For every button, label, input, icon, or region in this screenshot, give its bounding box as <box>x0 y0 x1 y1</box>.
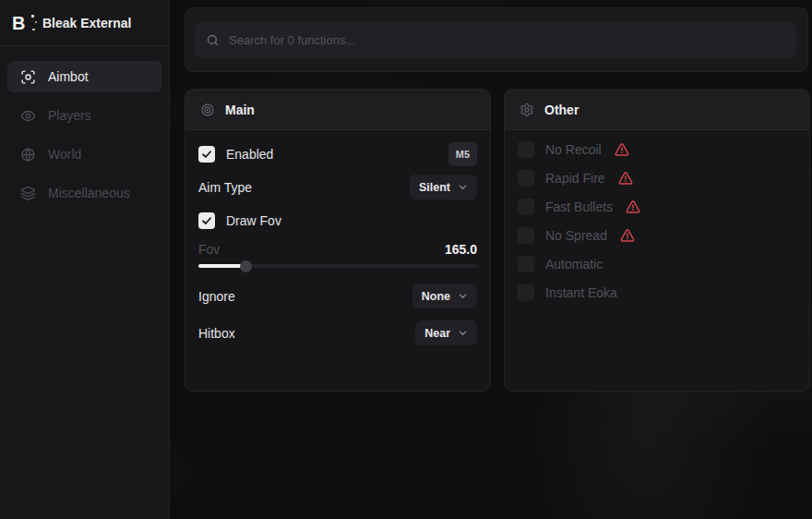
draw-fov-label: Draw Fov <box>226 213 281 228</box>
ignore-label: Ignore <box>198 289 235 304</box>
fov-slider-fill <box>198 264 245 268</box>
instant-eoka-row: Instant Eoka <box>518 284 796 301</box>
eye-icon <box>20 108 36 124</box>
instant-eoka-checkbox[interactable] <box>518 284 534 301</box>
enabled-label: Enabled <box>226 147 273 162</box>
warning-icon <box>626 199 640 214</box>
sidebar-nav: Aimbot Players World Miscellaneous <box>0 46 169 209</box>
draw-fov-row: Draw Fov <box>198 208 477 233</box>
crosshair-icon <box>20 69 36 85</box>
search-icon <box>206 33 220 47</box>
fov-value-row: Fov 165.0 <box>198 241 477 258</box>
search-panel <box>185 7 808 72</box>
app-logo-icon: B <box>12 13 32 33</box>
aim-type-row: Aim Type Silent <box>198 175 477 199</box>
ignore-row: Ignore None <box>198 284 477 308</box>
rapid-fire-label: Rapid Fire <box>545 171 605 186</box>
chevron-down-icon <box>458 182 468 192</box>
keybind-badge[interactable]: M5 <box>448 142 477 166</box>
main-panel-header: Main <box>185 90 490 130</box>
search-box[interactable] <box>195 22 796 58</box>
aim-type-dropdown[interactable]: Silent <box>410 175 477 199</box>
enabled-row: Enabled M5 <box>198 141 477 166</box>
warning-icon <box>618 171 633 186</box>
chevron-down-icon <box>458 328 468 338</box>
no-spread-row: No Spread <box>518 227 796 244</box>
sidebar: B Bleak External Aimbot Players World Mi… <box>0 0 170 519</box>
other-panel-title: Other <box>544 103 579 117</box>
main-panel-body: Enabled M5 Aim Type Silent Draw Fov Fov … <box>185 130 490 391</box>
brand: B Bleak External <box>0 0 169 46</box>
layers-icon <box>20 186 36 201</box>
globe-icon <box>20 147 36 163</box>
instant-eoka-label: Instant Eoka <box>545 285 617 300</box>
gear-icon <box>519 103 534 117</box>
sidebar-item-label: World <box>48 147 81 162</box>
sidebar-item-label: Aimbot <box>48 69 89 84</box>
search-input[interactable] <box>229 33 785 47</box>
sidebar-item-world[interactable]: World <box>7 139 161 170</box>
main-panel-title: Main <box>225 103 255 117</box>
automatic-row: Automatic <box>518 256 796 272</box>
automatic-checkbox[interactable] <box>518 256 534 272</box>
no-recoil-row: No Recoil <box>518 141 796 158</box>
sidebar-item-aimbot[interactable]: Aimbot <box>7 61 161 92</box>
warning-icon <box>620 228 635 243</box>
chevron-down-icon <box>458 291 468 301</box>
check-icon <box>201 215 212 226</box>
ignore-dropdown[interactable]: None <box>412 284 477 308</box>
other-panel-header: Other <box>505 90 809 130</box>
fov-slider[interactable] <box>198 260 477 272</box>
aim-type-value: Silent <box>419 181 450 194</box>
fov-label: Fov <box>198 242 220 257</box>
warning-icon <box>615 142 629 157</box>
rapid-fire-checkbox[interactable] <box>518 170 534 187</box>
aim-type-label: Aim Type <box>198 180 252 195</box>
automatic-label: Automatic <box>545 257 603 272</box>
fov-value: 165.0 <box>445 242 477 257</box>
fov-slider-thumb[interactable] <box>240 260 252 272</box>
ignore-value: None <box>422 290 450 303</box>
enabled-checkbox[interactable] <box>198 146 215 163</box>
hitbox-value: Near <box>424 327 450 340</box>
hitbox-label: Hitbox <box>198 326 235 341</box>
sidebar-item-label: Miscellaneous <box>48 186 130 200</box>
other-panel-body: No Recoil Rapid Fire Fast Bullets No Spr… <box>505 130 809 391</box>
fast-bullets-checkbox[interactable] <box>518 199 534 215</box>
rapid-fire-row: Rapid Fire <box>518 170 796 187</box>
no-recoil-checkbox[interactable] <box>518 141 534 158</box>
hitbox-dropdown[interactable]: Near <box>415 320 477 345</box>
no-spread-checkbox[interactable] <box>518 227 534 244</box>
other-panel: Other No Recoil Rapid Fire Fast Bullets … <box>504 89 810 392</box>
main-panel: Main Enabled M5 Aim Type Silent <box>185 89 491 392</box>
check-icon <box>201 149 212 160</box>
fast-bullets-label: Fast Bullets <box>545 199 613 214</box>
no-spread-label: No Spread <box>545 228 607 243</box>
no-recoil-label: No Recoil <box>545 142 602 157</box>
sidebar-item-label: Players <box>48 108 91 123</box>
target-icon <box>200 103 215 117</box>
hitbox-row: Hitbox Near <box>198 320 477 345</box>
draw-fov-checkbox[interactable] <box>198 212 215 229</box>
sidebar-item-players[interactable]: Players <box>7 100 161 131</box>
app-title: Bleak External <box>42 16 132 30</box>
sidebar-item-miscellaneous[interactable]: Miscellaneous <box>7 177 161 209</box>
fast-bullets-row: Fast Bullets <box>518 199 796 215</box>
